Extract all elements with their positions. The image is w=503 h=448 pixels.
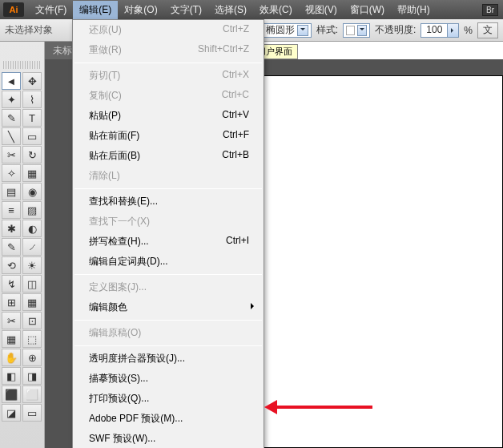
artboard (261, 75, 503, 448)
menu-item-label: 拼写检查(H)... (89, 235, 149, 248)
menu-item[interactable]: 查找和替换(E)... (73, 192, 264, 212)
tool-18[interactable]: ✎ (2, 238, 21, 256)
tool-11[interactable]: ▦ (22, 164, 42, 182)
menu-item-label: 编辑原稿(O) (89, 326, 141, 340)
menu-item-label: 粘贴(P) (89, 109, 121, 123)
tool-7[interactable]: ▭ (22, 127, 42, 145)
menu-item: 复制(C)Ctrl+C (73, 86, 264, 106)
menu-item: 还原(U)Ctrl+Z (73, 20, 264, 40)
toolbox-grip[interactable] (3, 61, 41, 69)
menu-shortcut: Ctrl+Z (223, 23, 249, 37)
menu-item: 清除(L) (73, 166, 264, 186)
tool-3[interactable]: ⌇ (22, 91, 42, 108)
tool-33[interactable]: ◨ (22, 367, 42, 385)
tool-5[interactable]: T (22, 109, 42, 127)
tool-15[interactable]: ▨ (22, 201, 42, 219)
opacity-input[interactable]: 100 (421, 23, 448, 38)
tool-25[interactable]: ▦ (22, 293, 42, 311)
shape-label: 椭圆形 (266, 23, 295, 37)
edit-menu-dropdown: 还原(U)Ctrl+Z重做(R)Shift+Ctrl+Z剪切(T)Ctrl+X复… (72, 19, 264, 448)
menu-item[interactable]: 粘贴(P)Ctrl+V (73, 106, 264, 126)
tool-32[interactable]: ◧ (2, 367, 21, 385)
menu-item-label: 复制(C) (89, 89, 122, 103)
tool-2[interactable]: ✦ (2, 91, 21, 108)
menu-shortcut: Ctrl+V (222, 109, 249, 123)
menu-item-label: 重做(R) (89, 43, 122, 57)
menu-item-label: 编辑自定词典(D)... (89, 255, 168, 268)
tool-19[interactable]: ⟋ (22, 238, 42, 256)
tool-1[interactable]: ✥ (22, 72, 42, 90)
tool-17[interactable]: ◐ (22, 220, 42, 237)
menu-item[interactable]: Adobe PDF 预设(M)... (73, 409, 264, 429)
bridge-button[interactable]: Br (482, 4, 498, 16)
menubar: Ai 文件(F) 编辑(E) 对象(O) 文字(T) 选择(S) 效果(C) 视… (0, 0, 503, 19)
tool-14[interactable]: ≡ (2, 201, 21, 219)
menu-shortcut: Ctrl+B (222, 149, 249, 163)
tool-34[interactable]: ⬛ (2, 385, 21, 403)
menu-file[interactable]: 文件(F) (29, 1, 73, 19)
menu-shortcut: Shift+Ctrl+Z (198, 43, 249, 57)
menu-shortcut: Ctrl+X (222, 69, 249, 83)
menu-item-label: 透明度拼合器预设(J)... (89, 352, 185, 365)
chevron-down-icon (297, 25, 308, 36)
menu-separator (74, 320, 262, 321)
menu-shortcut: Ctrl+F (223, 129, 249, 143)
menu-item-label: 剪切(T) (89, 69, 120, 83)
menu-select[interactable]: 选择(S) (208, 1, 253, 19)
tool-30[interactable]: ✋ (2, 349, 21, 366)
menu-item-label: Adobe PDF 预设(M)... (89, 412, 183, 426)
tool-37[interactable]: ▭ (22, 404, 42, 422)
menu-edit[interactable]: 编辑(E) (73, 1, 118, 19)
menu-item[interactable]: 拼写检查(H)...Ctrl+I (73, 232, 264, 252)
tool-16[interactable]: ✱ (2, 220, 21, 237)
menu-object[interactable]: 对象(O) (118, 1, 163, 19)
menu-shortcut: Ctrl+C (222, 89, 249, 103)
menu-view[interactable]: 视图(V) (299, 1, 344, 19)
tool-21[interactable]: ☀ (22, 256, 42, 274)
annotation-arrow (268, 406, 372, 409)
tool-26[interactable]: ✂ (2, 312, 21, 329)
tool-13[interactable]: ◉ (22, 183, 42, 200)
style-select[interactable] (343, 23, 370, 38)
tool-31[interactable]: ⊕ (22, 349, 42, 366)
menu-item[interactable]: 贴在前面(F)Ctrl+F (73, 126, 264, 146)
menu-effect[interactable]: 效果(C) (253, 1, 299, 19)
menu-item: 编辑原稿(O) (73, 323, 264, 343)
menu-item-label: 描摹预设(S)... (89, 372, 148, 385)
menu-item[interactable]: 透明度拼合器预设(J)... (73, 349, 264, 369)
tool-0[interactable]: ◄ (2, 72, 21, 90)
menu-item[interactable]: 编辑颜色 (73, 297, 264, 317)
tool-20[interactable]: ⟲ (2, 256, 21, 274)
tool-8[interactable]: ✂ (2, 146, 21, 163)
menu-item[interactable]: 编辑自定词典(D)... (73, 252, 264, 272)
tool-23[interactable]: ◫ (22, 275, 42, 293)
menu-item[interactable]: 贴在后面(B)Ctrl+B (73, 146, 264, 166)
tool-6[interactable]: ╲ (2, 127, 21, 145)
menu-item-label: 贴在后面(B) (89, 149, 140, 163)
tool-28[interactable]: ▦ (2, 330, 21, 348)
menu-window[interactable]: 窗口(W) (344, 1, 391, 19)
menu-item[interactable]: 打印预设(Q)... (73, 389, 264, 409)
menu-type[interactable]: 文字(T) (164, 1, 208, 19)
menu-separator (74, 345, 262, 346)
style-label: 样式: (316, 23, 338, 37)
tool-9[interactable]: ↻ (22, 146, 42, 163)
tool-24[interactable]: ⊞ (2, 293, 21, 311)
menu-help[interactable]: 帮助(H) (391, 1, 437, 19)
menu-item[interactable]: SWF 预设(W)... (73, 429, 264, 448)
tool-29[interactable]: ⬚ (22, 330, 42, 348)
opacity-stepper[interactable] (448, 23, 459, 38)
menu-item-label: 打印预设(Q)... (89, 392, 149, 406)
menu-item-label: 编辑颜色 (89, 301, 127, 314)
menu-item[interactable]: 描摹预设(S)... (73, 369, 264, 389)
tool-22[interactable]: ↯ (2, 275, 21, 293)
tool-12[interactable]: ▤ (2, 183, 21, 200)
tool-10[interactable]: ✧ (2, 164, 21, 182)
doc-setup-button[interactable]: 文 (477, 22, 498, 38)
menu-separator (74, 274, 262, 275)
menu-shortcut: Ctrl+I (226, 235, 249, 248)
tool-4[interactable]: ✎ (2, 109, 21, 127)
tool-36[interactable]: ◪ (2, 404, 21, 422)
tool-35[interactable]: ⬜ (22, 385, 42, 403)
tool-27[interactable]: ⊡ (22, 312, 42, 329)
